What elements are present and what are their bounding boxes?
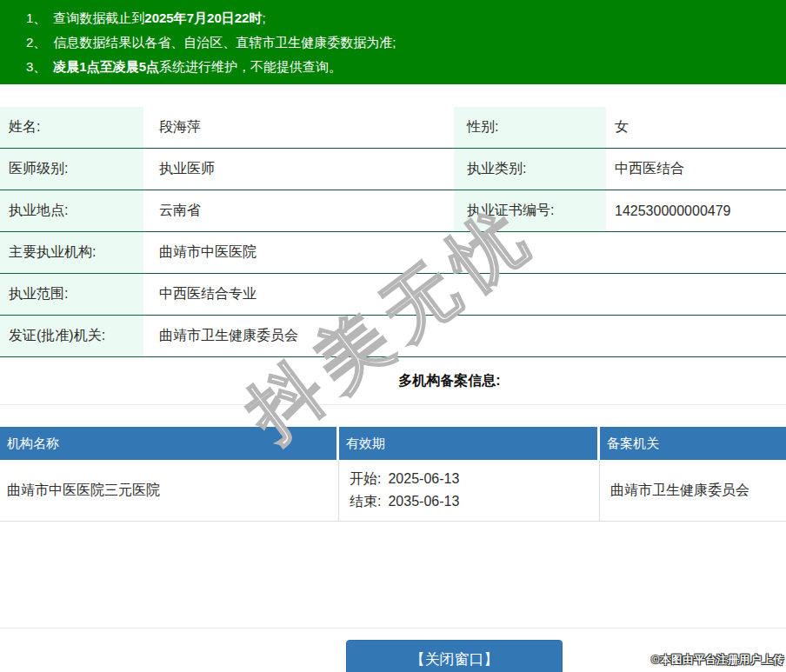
notice-2-text: 信息数据结果以各省、自治区、直辖市卫生健康委数据为准;: [53, 35, 396, 50]
table-row: 执业范围: 中西医结合专业: [0, 274, 786, 316]
notice-line-1: 1、查询数据截止到2025年7月20日22时;: [26, 6, 786, 30]
notice-line-3: 3、凌晨1点至凌晨5点系统进行维护，不能提供查询。: [26, 55, 786, 79]
validity-value: 开始:2025-06-13 结束:2035-06-13: [339, 460, 600, 521]
category-label: 执业类别:: [454, 149, 606, 190]
notice-banner: 1、查询数据截止到2025年7月20日22时; 2、信息数据结果以各省、自治区、…: [0, 0, 786, 84]
gender-value: 女: [606, 107, 786, 148]
gender-label: 性别:: [454, 107, 606, 148]
category-value: 中西医结合: [606, 149, 786, 190]
table-row: 姓名: 段海萍 性别: 女: [0, 107, 786, 149]
notice-1-text: 查询数据截止到: [53, 10, 144, 25]
cert-no-value: 142530000000479: [606, 190, 786, 231]
org-table-header: 机构名称 有效期 备案机关: [0, 427, 786, 460]
org-name-value: 曲靖市中医医院三元医院: [0, 460, 339, 521]
table-row: 主要执业机构: 曲靖市中医医院: [0, 232, 786, 274]
name-label: 姓名:: [0, 107, 143, 148]
notice-3-bold: 凌晨1点至凌晨5点: [53, 59, 159, 74]
main-org-value: 曲靖市中医医院: [143, 232, 786, 273]
validity-end-date: 2035-06-13: [388, 494, 459, 509]
level-value: 执业医师: [143, 149, 454, 190]
license-query-page: 1、查询数据截止到2025年7月20日22时; 2、信息数据结果以各省、自治区、…: [0, 0, 786, 672]
notice-1-suffix: ;: [262, 10, 265, 25]
notice-1-bold: 2025年7月20日22时: [144, 10, 262, 25]
name-value: 段海萍: [143, 107, 454, 148]
upload-copyright-note: ©本图由平台注册用户上传: [651, 653, 784, 668]
authority-header: 备案机关: [600, 427, 786, 460]
validity-start-date: 2025-06-13: [388, 471, 459, 486]
practitioner-details-table: 姓名: 段海萍 性别: 女 医师级别: 执业医师 执业类别: 中西医结合 执业地…: [0, 107, 786, 357]
main-org-label: 主要执业机构:: [0, 232, 143, 273]
org-name-header: 机构名称: [0, 427, 336, 460]
validity-start-label: 开始:: [350, 471, 381, 486]
validity-end-label: 结束:: [350, 494, 381, 509]
level-label: 医师级别:: [0, 149, 143, 190]
notice-2-number: 2、: [26, 35, 46, 50]
notice-3-suffix: 系统进行维护，不能提供查询。: [159, 59, 342, 74]
close-window-button[interactable]: 【关闭窗口】: [346, 640, 563, 672]
validity-end-line: 结束:2035-06-13: [350, 490, 599, 513]
notice-3-number: 3、: [26, 59, 46, 74]
location-value: 云南省: [143, 190, 454, 231]
issuer-value: 曲靖市卫生健康委员会: [143, 316, 786, 356]
table-row: 执业地点: 云南省 执业证书编号: 142530000000479: [0, 190, 786, 232]
footer-divider: [0, 628, 786, 629]
multi-org-section-title: 多机构备案信息:: [0, 357, 786, 405]
scope-value: 中西医结合专业: [143, 274, 786, 315]
validity-header: 有效期: [339, 427, 597, 460]
scope-label: 执业范围:: [0, 274, 143, 315]
table-row: 曲靖市中医医院三元医院 开始:2025-06-13 结束:2035-06-13 …: [0, 460, 786, 522]
validity-start-line: 开始:2025-06-13: [350, 468, 599, 490]
cert-no-label: 执业证书编号:: [454, 190, 606, 231]
notice-1-number: 1、: [26, 10, 46, 25]
issuer-label: 发证(批准)机关:: [0, 316, 143, 356]
org-filing-table: 机构名称 有效期 备案机关 曲靖市中医医院三元医院 开始:2025-06-13 …: [0, 427, 786, 522]
table-row: 医师级别: 执业医师 执业类别: 中西医结合: [0, 149, 786, 190]
table-row: 发证(批准)机关: 曲靖市卫生健康委员会: [0, 316, 786, 357]
notice-line-2: 2、信息数据结果以各省、自治区、直辖市卫生健康委数据为准;: [26, 30, 786, 55]
location-label: 执业地点:: [0, 190, 143, 231]
authority-value: 曲靖市卫生健康委员会: [600, 460, 786, 521]
